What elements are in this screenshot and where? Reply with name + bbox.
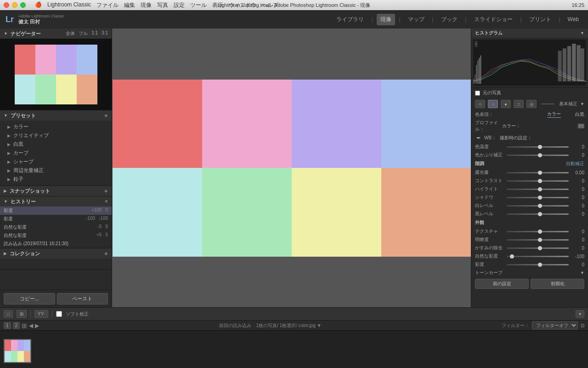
close-button[interactable] [4,2,9,8]
color-option[interactable]: カラー [547,111,561,118]
preset-item-curve[interactable]: ▶ カーブ [0,149,112,157]
texture-thumb[interactable] [538,230,542,234]
contrast-thumb[interactable] [538,179,542,183]
white-thumb[interactable] [538,204,542,208]
histogram-header[interactable]: ヒストグラム ▼ [471,29,588,38]
tab-map[interactable]: マップ [404,14,428,25]
page1-btn[interactable]: 1 [4,322,11,329]
history-item-1[interactable]: 彩度 -100 -100 [0,215,112,223]
black-thumb[interactable] [538,212,542,216]
circle-tool[interactable]: ○ [488,100,498,108]
tab-develop[interactable]: 現像 [377,14,395,25]
tab-web[interactable]: Web [564,14,582,24]
menu-settings[interactable]: 設定 [174,1,185,9]
highlight-slider[interactable] [507,189,569,190]
shadow-slider[interactable] [507,197,569,198]
film-thumb-1[interactable] [4,339,31,363]
gradient-tool[interactable]: □ [514,100,524,108]
preset-item-sharp[interactable]: ▶ シャープ [0,157,112,166]
toolbar-dropdown[interactable]: ▾ [576,310,584,318]
menu-photo[interactable]: 写真 [157,1,168,9]
tab-slideshow[interactable]: スライドショー [470,14,516,25]
maximize-button[interactable] [20,2,26,8]
snapshots-add[interactable]: + [104,187,108,195]
dehaze-slider[interactable] [507,247,569,249]
single-view-button[interactable]: □ [4,310,13,318]
exposure-slider[interactable] [507,172,569,173]
auto-button[interactable]: 自動補正 [566,161,584,167]
snapshots-header[interactable]: ▶ スナップショット + [0,186,112,196]
soft-proof-checkbox[interactable] [56,311,62,317]
menu-edit[interactable]: 編集 [124,1,135,9]
nav-control-3-1[interactable]: 3:1 [102,30,108,37]
tab-library[interactable]: ライブラリ [333,14,368,25]
vibrance-thumb[interactable] [510,254,514,259]
paste-button[interactable]: ペースト [57,293,108,305]
next-icon[interactable]: ▶ [35,322,39,329]
nav-control-fit[interactable]: 全体 [66,30,75,37]
grid-view-icon[interactable]: ⊞ [22,322,27,329]
filter-dropdown[interactable]: フィルターオフ [532,322,578,329]
histogram-settings-icon[interactable]: ▪ [475,41,478,47]
navigator-header[interactable]: ▼ ナビゲーター 全体 フル 1:1 3:1 [0,29,112,39]
tab-book[interactable]: ブック [437,14,461,25]
history-item-3[interactable]: 自然な彩度 +5 5 [0,231,112,240]
preset-item-color[interactable]: ▶ カラー [0,122,112,131]
page2-btn[interactable]: 2 [13,322,20,329]
dehaze-thumb[interactable] [538,246,542,250]
crop-tool[interactable]: ⊹ [475,100,485,108]
presets-header[interactable]: ▼ プリセット + [0,110,112,121]
preset-item-vignette[interactable]: ▶ 周辺光量補正 [0,166,112,175]
eyedropper-icon[interactable]: ✒ [475,134,482,142]
original-photo-checkbox[interactable] [475,91,480,96]
black-slider[interactable] [507,213,569,215]
highlight-thumb[interactable] [538,187,542,191]
collections-add[interactable]: + [104,250,108,257]
menu-app[interactable]: Lightroom Classic [47,1,91,9]
history-header[interactable]: ▼ ヒストリー × [0,196,112,207]
prev-settings-button[interactable]: 前の設定 [475,279,529,289]
menu-file[interactable]: ファイル [96,1,119,9]
white-slider[interactable] [507,205,569,207]
vibrance-slider[interactable] [507,256,569,257]
filter-tool[interactable]: ◎ [526,100,537,108]
preset-item-creative[interactable]: ▶ クリエイティブ [0,131,112,140]
history-item-4[interactable]: 読み込み (2019/07/31 16:21:30) [0,240,112,248]
tint-thumb[interactable] [538,153,542,157]
color-temp-thumb[interactable] [538,145,542,149]
nav-control-1-1[interactable]: 1:1 [91,30,98,37]
grid-view-button[interactable]: ⊞ [17,310,27,318]
before-after-button[interactable]: YY· [34,310,48,318]
filter-toggle[interactable]: ⊡ [581,323,584,328]
history-item-2[interactable]: 自然な彩度 -5 0 [0,223,112,231]
collections-header[interactable]: ▶ コレクション + [0,248,112,259]
shadow-thumb[interactable] [538,196,542,200]
presets-add[interactable]: + [104,112,108,119]
basic-correction-arrow[interactable]: ▼ [580,102,584,106]
texture-slider[interactable] [507,231,569,232]
exposure-thumb[interactable] [538,171,542,175]
history-close[interactable]: × [105,198,108,205]
history-item-0[interactable]: 彩度 +100 0 [0,207,112,215]
tint-slider[interactable] [507,155,569,156]
preset-item-grain[interactable]: ▶ 粒子 [0,175,112,184]
preset-item-bw[interactable]: ▶ 白黒 [0,140,112,149]
copy-button[interactable]: コピー... [4,293,55,305]
clarity-thumb[interactable] [538,238,542,242]
saturation-slider[interactable] [507,264,569,265]
contrast-slider[interactable] [507,180,569,182]
reset-button[interactable]: 初期化 [531,279,584,289]
nav-control-full[interactable]: フル [79,30,88,37]
menu-tools[interactable]: ツール [190,1,207,9]
profile-grid-icon[interactable] [578,124,584,128]
menu-apple[interactable]: 🍎 [35,1,42,9]
prev-icon[interactable]: ◀ [29,322,33,329]
saturation-thumb[interactable] [538,263,542,267]
tab-print[interactable]: プリント [526,14,555,25]
minimize-button[interactable] [12,2,17,8]
color-temp-slider[interactable] [507,146,569,148]
bw-option[interactable]: 白黒 [575,111,584,118]
healing-tool[interactable]: ● [501,100,511,108]
tonecurve-header[interactable]: トーンカーブ ▼ [471,269,588,277]
clarity-slider[interactable] [507,239,569,241]
